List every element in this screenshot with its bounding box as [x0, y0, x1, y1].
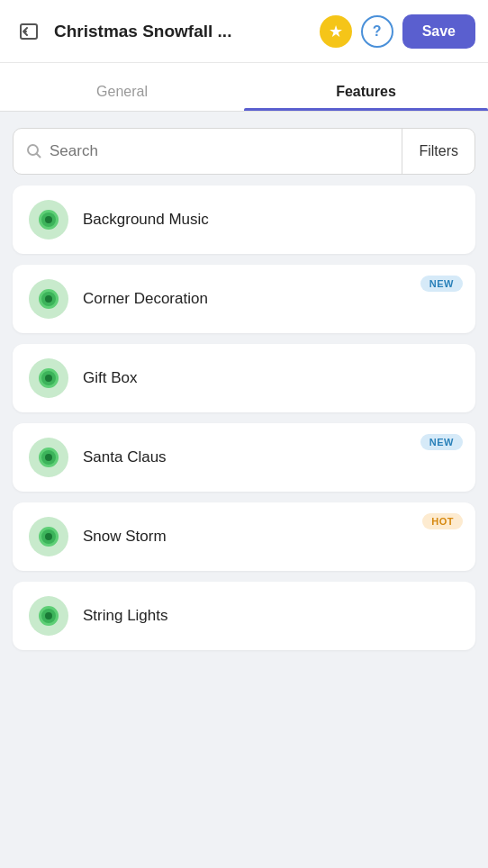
save-button[interactable]: Save	[402, 14, 475, 49]
back-button[interactable]	[13, 15, 45, 48]
toggle-snow-storm[interactable]	[29, 517, 68, 556]
badge-new-corner-decoration: NEW	[420, 276, 463, 292]
feature-label-corner-decoration: Corner Decoration	[83, 290, 208, 308]
feature-item-string-lights[interactable]: String Lights	[13, 582, 475, 650]
toggle-santa-claus[interactable]	[29, 438, 68, 477]
feature-item-santa-claus[interactable]: Santa Claus NEW	[13, 423, 475, 492]
feature-label-snow-storm: Snow Storm	[83, 528, 167, 546]
back-icon	[18, 21, 40, 42]
feature-label-background-music: Background Music	[83, 211, 209, 229]
favorite-button[interactable]: ★	[320, 15, 352, 48]
toggle-string-lights[interactable]	[29, 596, 68, 636]
filters-button[interactable]: Filters	[402, 129, 474, 174]
feature-item-background-music[interactable]: Background Music	[13, 185, 475, 254]
tab-general[interactable]: General	[0, 84, 244, 111]
badge-hot-snow-storm: HOT	[422, 513, 463, 529]
feature-label-santa-claus: Santa Claus	[83, 448, 167, 466]
feature-label-gift-box: Gift Box	[83, 369, 137, 387]
search-input-wrap	[14, 142, 402, 160]
search-icon	[26, 143, 42, 159]
feature-item-snow-storm[interactable]: Snow Storm HOT	[13, 502, 475, 571]
app-header: Christmas Snowfall ... ★ ? Save	[0, 0, 488, 63]
badge-new-santa-claus: NEW	[420, 434, 463, 450]
search-input[interactable]	[50, 142, 389, 160]
feature-item-corner-decoration[interactable]: Corner Decoration NEW	[13, 265, 475, 333]
page-title: Christmas Snowfall ...	[54, 22, 311, 41]
help-icon: ?	[373, 23, 382, 40]
feature-label-string-lights: String Lights	[83, 607, 168, 625]
help-button[interactable]: ?	[361, 15, 393, 48]
features-content: Filters Background Music Corner Decorati…	[0, 112, 488, 666]
star-icon: ★	[329, 22, 343, 41]
tab-bar: General Features	[0, 63, 488, 112]
toggle-corner-decoration[interactable]	[29, 279, 68, 319]
toggle-background-music[interactable]	[29, 200, 68, 240]
toggle-gift-box[interactable]	[29, 358, 68, 398]
feature-item-gift-box[interactable]: Gift Box	[13, 344, 475, 412]
search-bar: Filters	[13, 128, 475, 175]
tab-features[interactable]: Features	[244, 84, 488, 111]
